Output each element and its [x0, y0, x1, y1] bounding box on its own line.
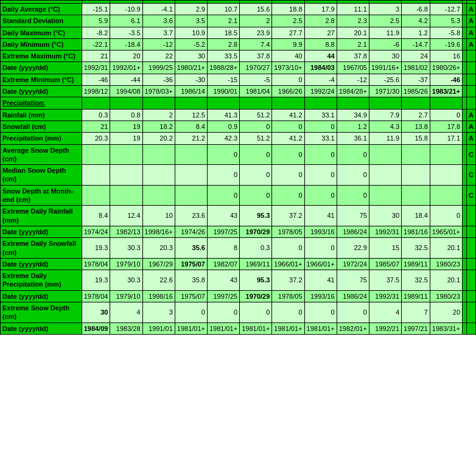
cell-r12-c4: 0	[207, 144, 239, 165]
cell-r18-c2: 1967/29	[142, 258, 175, 270]
cell-r14-c7: 0	[304, 185, 337, 206]
cell-r8-c12	[463, 97, 467, 109]
cell-r14-c2	[142, 185, 175, 206]
cell-r14-c13: C	[467, 185, 476, 206]
cell-r4-c8: 37.8	[337, 51, 369, 62]
cell-r22-c2: 1991/01	[142, 322, 175, 334]
cell-r19-c1: 30.3	[110, 270, 142, 291]
cell-r22-c0: 1984/09	[82, 322, 110, 334]
cell-r18-c4: 1982/07	[207, 258, 239, 270]
cell-r12-c11	[430, 144, 462, 165]
cell-r2-c13: A	[467, 27, 476, 38]
cell-r13-c6: 0	[272, 165, 304, 186]
cell-r0-c5: 15.6	[240, 4, 272, 15]
cell-r6-c8: -12	[337, 74, 369, 85]
cell-r21-c10: 7	[402, 302, 430, 323]
cell-r12-c12	[463, 144, 467, 165]
cell-r18-c9: 1985/07	[369, 258, 401, 270]
cell-r13-c7: 0	[304, 165, 337, 186]
cell-r13-c4: 0	[207, 165, 239, 186]
cell-r17-c9: 15	[369, 238, 401, 259]
cell-r5-c7: 1984/03	[304, 62, 337, 74]
cell-r11-c3: 21.2	[175, 133, 207, 144]
cell-r11-c2: 20.2	[142, 133, 175, 144]
cell-r3-c3: -5.2	[175, 38, 207, 50]
cell-r18-c11: 1980/23	[430, 258, 462, 270]
cell-r18-c3: 1975/07	[175, 258, 207, 270]
cell-r12-c5: 0	[240, 144, 272, 165]
cell-r0-c8: 11.1	[337, 4, 369, 15]
cell-r10-c6: 0	[272, 120, 304, 132]
cell-r11-c4: 42.3	[207, 133, 239, 144]
cell-r12-c8: 0	[337, 144, 369, 165]
cell-r9-c10: 2.7	[402, 109, 430, 120]
cell-r22-c6: 1981/01+	[272, 322, 304, 334]
cell-r0-c13: A	[467, 4, 476, 15]
cell-r17-c6: 0	[272, 238, 304, 259]
cell-r17-c13	[467, 238, 476, 259]
row-header-0: Daily Average (°C)	[1, 4, 82, 15]
cell-r16-c6: 1978/05	[272, 226, 304, 237]
cell-r6-c0: -46	[82, 74, 110, 85]
cell-r17-c8: 22.9	[337, 238, 369, 259]
cell-r19-c5: 95.3	[240, 270, 272, 291]
row-header-17: Extreme Daily Snowfall (cm)	[1, 238, 82, 259]
cell-r9-c4: 41.3	[207, 109, 239, 120]
cell-r14-c3	[175, 185, 207, 206]
cell-r19-c4: 43	[207, 270, 239, 291]
cell-r14-c6: 0	[272, 185, 304, 206]
cell-r4-c1: 20	[110, 51, 142, 62]
cell-r17-c11: 20.1	[430, 238, 462, 259]
cell-r7-c13	[467, 86, 476, 97]
cell-r6-c9: -25.6	[369, 74, 401, 85]
cell-r10-c8: 1.2	[337, 120, 369, 132]
cell-r1-c1: 6.1	[110, 15, 142, 27]
cell-r18-c10: 1989/11	[402, 258, 430, 270]
cell-r9-c0: 0.3	[82, 109, 110, 120]
cell-r6-c7: -4	[304, 74, 337, 85]
cell-r22-c5: 1981/01+	[240, 322, 272, 334]
cell-r10-c13: A	[467, 120, 476, 132]
cell-r8-c9	[369, 97, 401, 109]
row-header-13: Median Snow Depth (cm)	[1, 165, 82, 186]
cell-r18-c7: 1966/01+	[304, 258, 337, 270]
cell-r5-c10: 1981/02	[402, 62, 430, 74]
cell-r8-c5	[240, 97, 272, 109]
cell-r11-c1: 19	[110, 133, 142, 144]
cell-r13-c1	[110, 165, 142, 186]
cell-r13-c9	[369, 165, 401, 186]
cell-r1-c5: 2	[240, 15, 272, 27]
cell-r22-c4: 1981/01+	[207, 322, 239, 334]
cell-r4-c11: 16	[430, 51, 462, 62]
cell-r10-c10: 13.8	[402, 120, 430, 132]
cell-r8-c11	[430, 97, 462, 109]
cell-r3-c0: -22.1	[82, 38, 110, 50]
row-header-9: Rainfall (mm)	[1, 109, 82, 120]
cell-r13-c12	[463, 165, 467, 186]
cell-r2-c2: 3.7	[142, 27, 175, 38]
cell-r16-c2: 1998/16+	[142, 226, 175, 237]
cell-r0-c6: 18.8	[272, 4, 304, 15]
cell-r21-c5: 0	[240, 302, 272, 323]
cell-r11-c0: 20.3	[82, 133, 110, 144]
cell-r15-c5: 95.3	[240, 206, 272, 226]
cell-r4-c9: 30	[369, 51, 401, 62]
cell-r17-c0: 19.3	[82, 238, 110, 259]
cell-r10-c2: 18.2	[142, 120, 175, 132]
cell-r12-c3	[175, 144, 207, 165]
cell-r19-c0: 19.3	[82, 270, 110, 291]
cell-r5-c9: 1991/16+	[369, 62, 401, 74]
cell-r15-c8: 75	[337, 206, 369, 226]
row-header-12: Average Snow Depth (cm)	[1, 144, 82, 165]
cell-r13-c3	[175, 165, 207, 186]
cell-r2-c7: 27	[304, 27, 337, 38]
cell-r1-c13: A	[467, 15, 476, 27]
cell-r20-c12	[463, 290, 467, 302]
cell-r0-c2: -4.1	[142, 4, 175, 15]
cell-r9-c12	[463, 109, 467, 120]
cell-r1-c12	[463, 15, 467, 27]
cell-r18-c1: 1979/10	[110, 258, 142, 270]
cell-r3-c7: 8.8	[304, 38, 337, 50]
cell-r21-c1: 4	[110, 302, 142, 323]
cell-r20-c2: 1998/16	[142, 290, 175, 302]
